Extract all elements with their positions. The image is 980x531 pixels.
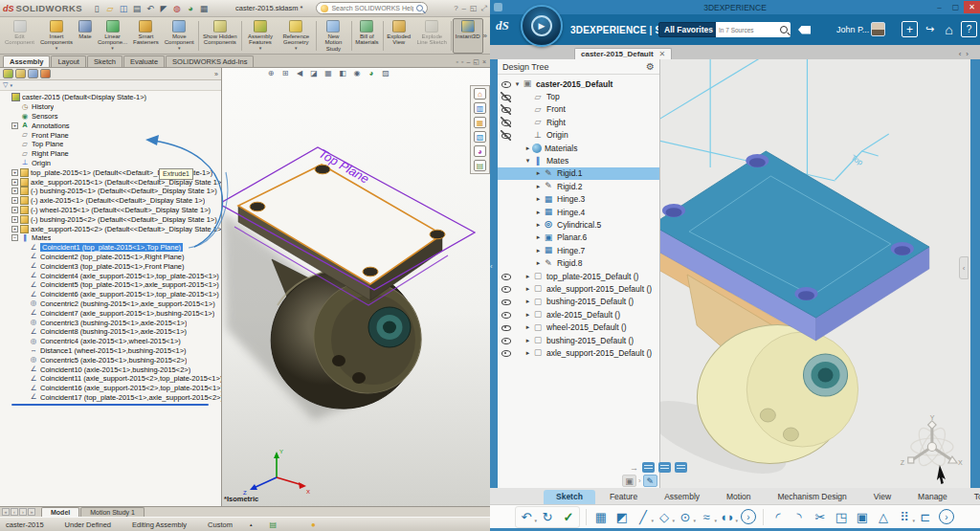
design-tree-item[interactable]: ▸axle-2015_Default () (498, 308, 659, 321)
eye-visible-icon[interactable] (501, 347, 511, 358)
tab-motion[interactable]: Motion (714, 490, 764, 504)
tab-assembly[interactable]: Assembly (3, 55, 50, 67)
chevron-down-icon[interactable]: ▾ (111, 46, 114, 51)
eye-visible-icon[interactable] (501, 283, 511, 294)
design-tree-item[interactable]: ▸axle_support-2015_Default () (498, 346, 659, 359)
home-icon[interactable]: ⌂ (474, 88, 486, 100)
save-icon[interactable]: ◫ (118, 3, 129, 14)
tree-item[interactable]: Sensors (0, 112, 221, 122)
mate-item[interactable]: Concentric4 (axle-2015<1>,wheel-2015<1>) (0, 337, 221, 346)
more-icon[interactable]: › (741, 509, 756, 524)
expand-icon[interactable]: + (11, 179, 18, 186)
doc-tab-model[interactable]: Model (41, 507, 79, 517)
share-icon[interactable]: ↪ (922, 21, 938, 37)
help-search[interactable] (316, 2, 428, 14)
ribbon-bill-of-materials-button[interactable]: Bill of Materials (352, 18, 381, 54)
view-compass-icon[interactable]: Y X Z (901, 414, 963, 484)
close-icon[interactable]: ✕ (964, 1, 980, 13)
mate-item[interactable]: Coincident17 (top_plate-2015<1>,axle_sup… (0, 393, 221, 403)
expand-icon[interactable]: + (11, 197, 18, 204)
design-tree-item[interactable]: ▸Rigid.1 (498, 167, 659, 180)
slot-icon[interactable]: ◖◗▾ (717, 507, 738, 527)
doc-max-icon[interactable]: ◱ (473, 58, 479, 66)
ribbon-reference-geometry-button[interactable]: Reference Geometry▾ (278, 18, 315, 54)
ribbon-edit-component-button[interactable]: Edit Component (2, 18, 37, 54)
quick-tip-icon[interactable]: ● (311, 520, 316, 529)
global-search-input[interactable] (719, 27, 768, 33)
config-dropdown-icon[interactable]: ▴ (250, 521, 253, 527)
previous-view-icon[interactable]: ◀ (295, 69, 304, 77)
appearance-icon[interactable]: ◕ (185, 3, 196, 14)
expand-icon[interactable]: + (11, 169, 18, 176)
mate-item[interactable]: Coincident5 (top_plate-2015<1>,axle_supp… (0, 280, 221, 290)
mate-item[interactable]: Coincident11 (axle_support-2015<2>,top_p… (0, 374, 221, 384)
tab-view[interactable]: View (861, 490, 903, 504)
design-tree-item[interactable]: ▸Cylindrical.5 (498, 218, 659, 231)
design-tree-item[interactable]: ▸Rigid.2 (498, 180, 659, 192)
eye-visible-icon[interactable] (501, 78, 511, 89)
settings-gear-icon[interactable]: ⚙ (646, 61, 655, 72)
resources-icon[interactable]: ▥ (474, 102, 486, 114)
collapse-left-icon[interactable]: ‹ (490, 262, 493, 271)
ribbon-instant3d-button[interactable]: Instant3D (453, 18, 483, 54)
ribbon-smart-fasteners-button[interactable]: Smart Fasteners (130, 18, 162, 54)
design-library-icon[interactable]: ▦ (474, 117, 486, 128)
help-icon[interactable]: ? (454, 4, 457, 12)
tab-nav-arrows[interactable]: «‹›» (2, 508, 35, 517)
document-tab[interactable]: caster-2015_Default✕ (574, 48, 672, 59)
tree-item[interactable]: −Mates (0, 233, 221, 243)
chevron-down-icon[interactable]: ▾ (178, 46, 181, 51)
design-tree-item[interactable]: ▸Materials (498, 142, 659, 154)
user-name[interactable]: John P... (836, 25, 869, 34)
home-icon[interactable]: ⌂ (941, 21, 957, 37)
zoom-fit-icon[interactable]: ⊕ (266, 69, 276, 77)
new-doc-icon[interactable]: ▯ (91, 3, 102, 14)
arc-icon[interactable]: ◜ (768, 507, 789, 527)
circle-icon[interactable]: ⊙▾ (675, 507, 696, 527)
minimize-icon[interactable]: – (462, 4, 466, 12)
props-icon[interactable]: ▤ (474, 160, 486, 171)
doc-restore-icon[interactable]: ▫ (456, 58, 457, 66)
mate-item[interactable]: Coincident2 (top_plate-2015<1>,Right Pla… (0, 253, 221, 262)
scene-icon[interactable]: ▨ (381, 69, 390, 77)
trim-icon[interactable]: ✂ (810, 507, 831, 527)
palette-icon[interactable]: ◕ (474, 145, 486, 157)
tree-filter[interactable]: ▽ ▾ (0, 80, 221, 91)
eye-visible-icon[interactable] (501, 297, 511, 307)
mate-item[interactable]: Distance1 (wheel-2015<1>,bushing-2015<1>… (0, 346, 221, 356)
rebuild-icon[interactable]: ◍ (171, 3, 183, 14)
mate-item[interactable]: Coincident3 (top_plate-2015<1>,Front Pla… (0, 261, 221, 271)
chevron-down-icon[interactable]: ▾ (56, 46, 58, 51)
sketch-grid-icon[interactable]: ▦ (590, 507, 612, 527)
expand-icon[interactable]: + (11, 188, 18, 194)
tree-item[interactable]: +axle_support-2015<2> (Default<<Default>… (0, 224, 221, 233)
design-tree-item[interactable]: ▸bushing-2015_Default () (498, 334, 659, 346)
sync-icon[interactable]: ↻ (537, 507, 558, 527)
tree-item[interactable]: History (0, 102, 221, 112)
mate-item[interactable]: Concentric3 (bushing-2015<1>,axle-2015<1… (0, 318, 221, 327)
display-tile-icon[interactable] (642, 462, 655, 473)
ribbon-show-hidden-button[interactable]: Show Hidden Components (199, 18, 240, 54)
ribbon-mate-button[interactable]: Mate (76, 18, 95, 54)
tab-mechanism-design[interactable]: Mechanism Design (766, 490, 859, 504)
chevron-down-icon[interactable]: ▾ (295, 46, 298, 51)
tree-item[interactable]: +(-) wheel-2015<1> (Default<<Default>_Di… (0, 206, 221, 215)
display-tile-icon[interactable] (675, 462, 687, 473)
open-icon[interactable]: ▱ (104, 3, 116, 14)
offset-icon[interactable]: ◳ (831, 507, 852, 527)
view-orientation-icon[interactable]: ▦ (323, 69, 333, 77)
tree-item[interactable]: +(-) bushing-2015<2> (Default<<Default>_… (0, 214, 221, 224)
3dexperience-compass-icon[interactable]: ▶ (521, 5, 563, 47)
ribbon-explode-line-sketch-button[interactable]: Explode Line Sketch (413, 18, 450, 54)
project-icon[interactable]: ▣ (852, 507, 873, 527)
tab-layout[interactable]: Layout (51, 55, 86, 67)
design-tree-item[interactable]: ▸Hinge.3 (498, 193, 659, 206)
expand-icon[interactable]: + (11, 226, 18, 232)
eye-hidden-icon[interactable] (501, 92, 511, 102)
pattern-icon[interactable]: ⠿▾ (894, 507, 915, 527)
tab-scroll-arrows[interactable]: ‹› (959, 50, 969, 58)
design-tree-item[interactable]: ▸Rigid.8 (498, 256, 659, 269)
filter-dropdown-icon[interactable]: ▾ (10, 82, 12, 88)
tag-icon[interactable] (798, 26, 811, 34)
hide-show-icon[interactable]: ◉ (352, 69, 362, 77)
